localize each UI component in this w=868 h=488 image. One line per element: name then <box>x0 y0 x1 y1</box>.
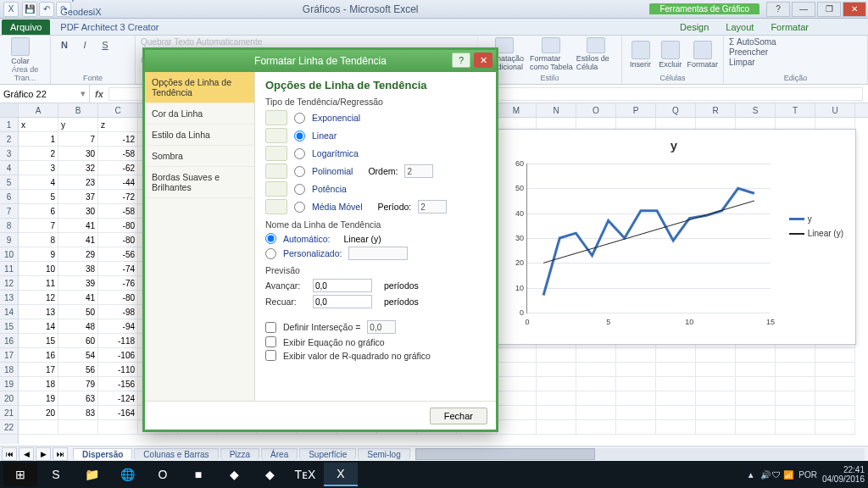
cell[interactable]: 10 <box>19 262 58 276</box>
row-header-21[interactable]: 21 <box>0 406 18 420</box>
dialog-titlebar[interactable]: Formatar Linha de Tendência ? ✕ <box>145 50 496 72</box>
cell[interactable]: -94 <box>98 319 138 334</box>
tab-pdf-architect-3-creator[interactable]: PDF Architect 3 Creator <box>52 19 167 35</box>
cell[interactable]: 63 <box>58 391 98 406</box>
row-header-15[interactable]: 15 <box>0 319 18 334</box>
cell[interactable]: 41 <box>58 233 98 247</box>
row-header-2[interactable]: 2 <box>0 132 18 147</box>
cell[interactable] <box>815 348 855 363</box>
format-as-table-button[interactable]: Formatar como Tabela <box>530 37 573 71</box>
taskbar-app-6[interactable]: ◆ <box>217 463 251 486</box>
cell[interactable] <box>696 377 736 391</box>
tab-ctx-layout[interactable]: Layout <box>717 19 762 35</box>
cell[interactable]: 41 <box>58 219 98 233</box>
cell[interactable]: -56 <box>98 247 138 262</box>
cell[interactable] <box>736 391 776 406</box>
cell[interactable] <box>616 420 656 435</box>
cell[interactable] <box>776 406 815 420</box>
close-window-button[interactable]: ✕ <box>843 2 866 17</box>
cell[interactable]: -106 <box>98 348 138 363</box>
backward-input[interactable] <box>313 295 372 308</box>
minimize-button[interactable]: — <box>792 2 815 17</box>
cell[interactable] <box>537 363 576 377</box>
embedded-chart[interactable]: y 0102030405060051015 y Linear (y) <box>492 129 856 345</box>
cell[interactable]: -156 <box>98 377 138 391</box>
cell[interactable]: 56 <box>58 363 98 377</box>
autosum-button[interactable]: Σ AutoSoma <box>729 37 776 47</box>
row-header-16[interactable]: 16 <box>0 334 18 348</box>
dialog-side-sombra[interactable]: Sombra <box>145 146 254 167</box>
cell[interactable] <box>696 348 736 363</box>
cell[interactable] <box>815 377 855 391</box>
cell[interactable]: 7 <box>58 132 98 147</box>
cell[interactable] <box>497 406 537 420</box>
cell[interactable]: -62 <box>98 161 138 175</box>
checkbox-show-r2[interactable] <box>265 350 276 361</box>
underline-button[interactable]: S <box>97 37 114 53</box>
hscroll-thumb[interactable] <box>415 448 595 460</box>
sheet-nav-prev[interactable]: ◀ <box>19 447 34 461</box>
cell[interactable] <box>696 391 736 406</box>
sheet-nav[interactable]: ⏮ ◀ ▶ ⏭ <box>0 447 68 461</box>
cell[interactable]: 39 <box>58 276 98 291</box>
cell[interactable] <box>656 420 696 435</box>
cell[interactable]: -58 <box>98 147 138 161</box>
fx-icon[interactable]: fx <box>95 89 103 99</box>
cell[interactable]: -12 <box>98 132 138 147</box>
row-header-11[interactable]: 11 <box>0 262 18 276</box>
cell[interactable]: 32 <box>58 161 98 175</box>
delete-cells-button[interactable]: Excluir <box>657 37 683 71</box>
dialog-help-button[interactable]: ? <box>452 53 470 68</box>
cell[interactable] <box>736 363 776 377</box>
cell[interactable]: 15 <box>19 334 58 348</box>
taskbar-app-0[interactable]: ⊞ <box>3 463 37 486</box>
radio-log[interactable] <box>294 148 305 159</box>
cell[interactable] <box>656 377 696 391</box>
cell[interactable] <box>537 391 576 406</box>
cell[interactable] <box>656 363 696 377</box>
cell[interactable]: -76 <box>98 276 138 291</box>
row-header-4[interactable]: 4 <box>0 161 18 175</box>
checkbox-set-intercept[interactable] <box>265 322 276 333</box>
taskbar-app-9[interactable]: X <box>324 463 358 486</box>
sheet-tab-pizza[interactable]: Pizza <box>220 448 259 460</box>
col-header-O[interactable]: O <box>576 103 616 117</box>
radio-moving-avg[interactable] <box>294 202 305 213</box>
cell[interactable] <box>19 420 58 435</box>
cell[interactable]: 20 <box>19 406 58 420</box>
cell[interactable] <box>576 420 616 435</box>
row-header-10[interactable]: 10 <box>0 247 18 262</box>
cell[interactable]: 60 <box>58 334 98 348</box>
cell[interactable] <box>815 391 855 406</box>
cell[interactable]: 6 <box>19 204 58 219</box>
cell[interactable]: 30 <box>58 204 98 219</box>
col-header-C[interactable]: C <box>98 103 138 117</box>
col-header-U[interactable]: U <box>815 103 855 117</box>
cell[interactable] <box>616 391 656 406</box>
cell[interactable]: 7 <box>19 219 58 233</box>
tray-flag-icon[interactable]: ▲ <box>747 470 755 480</box>
col-header-N[interactable]: N <box>537 103 576 117</box>
dialog-close-button[interactable]: ✕ <box>474 53 492 68</box>
cell[interactable]: -118 <box>98 334 138 348</box>
cell[interactable] <box>815 406 855 420</box>
cell[interactable]: 41 <box>58 291 98 305</box>
taskbar-app-4[interactable]: O <box>146 463 180 486</box>
tab-file[interactable]: Arquivo <box>2 19 50 35</box>
bold-button[interactable]: N <box>56 37 73 53</box>
cell[interactable]: 1 <box>19 132 58 147</box>
sheet-tab-colunas-e-barras[interactable]: Colunas e Barras <box>134 448 218 460</box>
cell[interactable] <box>616 377 656 391</box>
qat-save[interactable]: 💾 <box>22 2 37 17</box>
tab-ctx-design[interactable]: Design <box>671 19 717 35</box>
cell[interactable] <box>497 348 537 363</box>
cell[interactable]: 8 <box>19 233 58 247</box>
cell[interactable]: -74 <box>98 262 138 276</box>
name-box-input[interactable] <box>3 89 54 99</box>
sheet-nav-first[interactable]: ⏮ <box>2 447 17 461</box>
cell[interactable] <box>616 406 656 420</box>
cell[interactable]: 5 <box>19 190 58 204</box>
col-header-M[interactable]: M <box>497 103 537 117</box>
taskbar-app-3[interactable]: 🌐 <box>110 463 144 486</box>
taskbar-app-5[interactable]: ■ <box>181 463 215 486</box>
